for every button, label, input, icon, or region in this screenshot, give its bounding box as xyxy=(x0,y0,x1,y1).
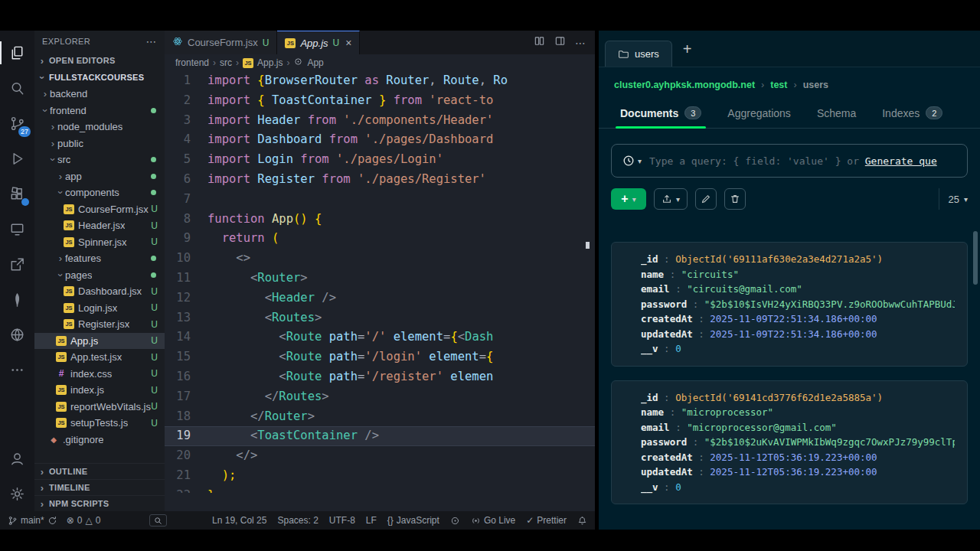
code-line-16[interactable]: 16 <Route path='/register' elemen xyxy=(165,367,595,387)
code-line-8[interactable]: 8function App() { xyxy=(165,210,595,230)
tab-documents[interactable]: Documents 3 xyxy=(608,98,714,128)
settings-icon[interactable] xyxy=(0,476,34,511)
tree-item-dashboard-jsx[interactable]: JSDashboard.jsxU xyxy=(34,283,165,300)
tree-item-app[interactable]: ›app xyxy=(34,168,165,185)
tree-item-spinner-jsx[interactable]: JSSpinner.jsxU xyxy=(34,234,165,251)
split-editor-icon[interactable] xyxy=(534,35,545,50)
tree-item-setuptests-js[interactable]: JSsetupTests.jsU xyxy=(34,415,165,432)
tree-item-src[interactable]: ›src xyxy=(34,152,165,168)
tree-item-app-js[interactable]: JSApp.jsU xyxy=(34,333,165,350)
breadcrumb-item[interactable]: App xyxy=(307,57,323,68)
tab-aggregations[interactable]: Aggregations xyxy=(715,98,803,128)
docker-icon[interactable] xyxy=(0,317,34,352)
source-control-icon[interactable]: 27 xyxy=(0,106,34,141)
search-icon[interactable] xyxy=(0,70,34,106)
code-line-15[interactable]: 15 <Route path='/login' element={ xyxy=(165,347,595,367)
more-actions-icon[interactable] xyxy=(0,352,34,387)
code-line-20[interactable]: 20 </> xyxy=(165,446,595,466)
tree-item-index-js[interactable]: JSindex.jsU xyxy=(34,382,165,399)
magnifier-chip[interactable] xyxy=(149,514,167,527)
explorer-more-actions-icon[interactable]: ⋯ xyxy=(146,35,157,47)
problems-item[interactable]: ⊗ 0 △ 0 xyxy=(67,515,101,526)
remote-explorer-icon[interactable] xyxy=(0,211,34,246)
code-line-14[interactable]: 14 <Route path='/' element={<Dash xyxy=(165,328,595,347)
layout-panel-icon[interactable] xyxy=(554,35,566,50)
live-share-icon[interactable] xyxy=(0,246,34,282)
code-line-6[interactable]: 6import Register from './pages/Register' xyxy=(165,170,595,190)
prettier-item[interactable]: ✓ Prettier xyxy=(526,515,567,526)
tree-item-frontend[interactable]: ›frontend xyxy=(34,103,165,119)
code-line-7[interactable]: 7 xyxy=(165,190,595,210)
tree-item-register-jsx[interactable]: JSRegister.jsxU xyxy=(34,316,165,333)
close-tab-icon[interactable]: × xyxy=(345,37,351,49)
go-live-item[interactable]: Go Live xyxy=(471,515,515,526)
query-history-button[interactable]: ▾ xyxy=(622,155,642,167)
tree-item-index-css[interactable]: #index.cssU xyxy=(34,366,165,383)
tab-appjs[interactable]: JS App.js U × xyxy=(277,31,360,54)
code-line-13[interactable]: 13 <Routes> xyxy=(165,308,595,328)
tree-item-app-test-jsx[interactable]: JSApp.test.jsxU xyxy=(34,349,165,366)
code-line-18[interactable]: 18 </Router> xyxy=(165,407,595,427)
workspace-section[interactable]: › FULLSTACKCOURSES xyxy=(34,69,165,86)
accounts-icon[interactable] xyxy=(0,441,34,476)
tree-item-header-jsx[interactable]: JSHeader.jsxU xyxy=(34,217,165,234)
git-branch-item[interactable]: main* xyxy=(8,515,57,526)
mongodb-icon[interactable] xyxy=(0,282,34,317)
tree-item-node-modules[interactable]: ›node_modules xyxy=(34,119,165,135)
code-line-1[interactable]: 1import {BrowserRouter as Router, Route,… xyxy=(165,71,595,91)
npm-scripts-section[interactable]: › NPM SCRIPTS xyxy=(34,495,165,511)
code-line-2[interactable]: 2import { ToastContainer } from 'react-t… xyxy=(165,91,595,111)
tree-item--gitignore[interactable]: ◆.gitignore xyxy=(34,432,165,448)
code-line-19[interactable]: 19 <ToastContainer /> xyxy=(165,426,595,446)
code-line-11[interactable]: 11 <Router> xyxy=(165,269,595,289)
export-collection-button[interactable]: ▾ xyxy=(654,188,688,210)
delete-documents-button[interactable] xyxy=(724,188,746,210)
query-bar[interactable]: ▾ Type a query: { field: 'value' } or Ge… xyxy=(611,144,968,178)
document-card[interactable]: _id : ObjectId('69141cd3776f62d1e2a5885a… xyxy=(611,380,968,505)
code-line-5[interactable]: 5import Login from './pages/Login' xyxy=(165,150,595,170)
code-line-12[interactable]: 12 <Header /> xyxy=(165,289,595,308)
encoding-setting[interactable]: UTF-8 xyxy=(329,515,355,526)
breadcrumb-item[interactable]: frontend xyxy=(175,57,209,68)
tree-item-backend[interactable]: ›backend xyxy=(34,86,165,103)
add-data-button[interactable]: + ▾ xyxy=(611,188,646,210)
code-line-10[interactable]: 10 <> xyxy=(165,249,595,269)
tree-item-features[interactable]: ›features xyxy=(34,250,165,267)
code-area[interactable]: 1import {BrowserRouter as Router, Route,… xyxy=(165,71,595,493)
update-documents-button[interactable] xyxy=(695,188,717,210)
tree-item-courseform-jsx[interactable]: JSCourseForm.jsxU xyxy=(34,201,165,218)
outline-section[interactable]: › OUTLINE xyxy=(34,463,165,479)
code-line-22[interactable]: 22} xyxy=(165,486,595,493)
scrollbar-thumb[interactable] xyxy=(973,231,978,285)
breadcrumb-cluster[interactable]: cluster0.ayhpksk.mongodb.net xyxy=(614,80,755,90)
tab-schema[interactable]: Schema xyxy=(805,98,868,128)
tree-item-components[interactable]: ›components xyxy=(34,184,165,201)
code-line-3[interactable]: 3import Header from './components/Header… xyxy=(165,111,595,131)
code-line-21[interactable]: 21 ); xyxy=(165,466,595,486)
code-line-4[interactable]: 4import Dashboard from './pages/Dashboar… xyxy=(165,130,595,150)
cursor-position[interactable]: Ln 19, Col 25 xyxy=(212,515,266,526)
page-size-select[interactable]: 25 ▾ xyxy=(939,188,969,210)
generate-query-link[interactable]: Generate que xyxy=(865,155,937,167)
extensions-icon[interactable] xyxy=(0,176,34,211)
language-mode[interactable]: {} JavaScript xyxy=(387,515,439,526)
breadcrumb-item[interactable]: App.js xyxy=(257,57,283,68)
tree-item-pages[interactable]: ›pages xyxy=(34,267,165,284)
code-line-9[interactable]: 9 return ( xyxy=(165,229,595,249)
tab-indexes[interactable]: Indexes 2 xyxy=(870,98,955,128)
tab-courseform[interactable]: CourseForm.jsx U xyxy=(165,31,277,54)
run-and-debug-icon[interactable] xyxy=(0,141,34,176)
open-editors-section[interactable]: › OPEN EDITORS xyxy=(34,52,165,69)
query-input[interactable]: Type a query: { field: 'value' } or Gene… xyxy=(649,155,937,167)
collection-tab-users[interactable]: users xyxy=(605,41,672,67)
explorer-icon[interactable] xyxy=(0,35,34,70)
status-circle-icon[interactable] xyxy=(450,516,460,526)
indentation-setting[interactable]: Spaces: 2 xyxy=(277,515,318,526)
document-card[interactable]: _id : ObjectId('69111af630e2a3e4d271a2a5… xyxy=(611,242,968,367)
tree-item-reportwebvitals-js[interactable]: JSreportWebVitals.jsU xyxy=(34,399,165,416)
tree-item-public[interactable]: ›public xyxy=(34,135,165,152)
code-line-17[interactable]: 17 </Routes> xyxy=(165,387,595,407)
tree-item-login-jsx[interactable]: JSLogin.jsxU xyxy=(34,300,165,317)
breadcrumb-database[interactable]: test xyxy=(770,80,787,90)
timeline-section[interactable]: › TIMELINE xyxy=(34,479,165,495)
